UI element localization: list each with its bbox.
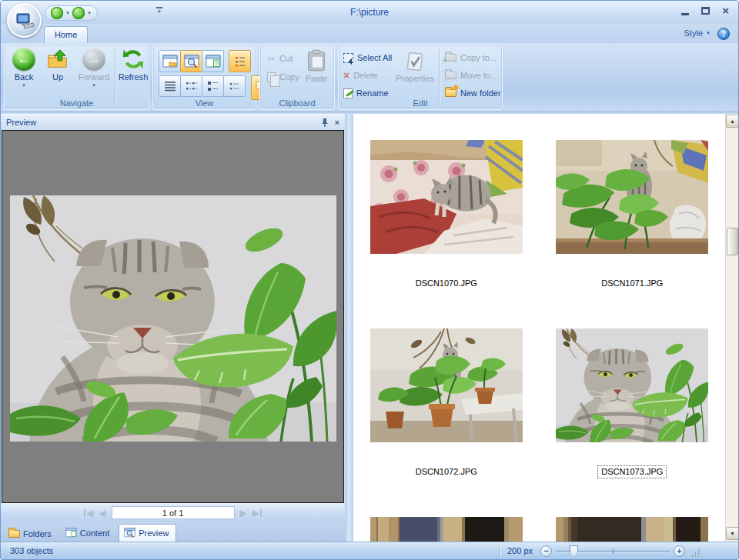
thumbnail-image[interactable] <box>556 517 708 542</box>
tab-folders[interactable]: Folders <box>4 527 59 542</box>
paste-button[interactable]: Paste <box>301 47 332 83</box>
close-panel-icon[interactable]: × <box>335 118 339 126</box>
file-item[interactable] <box>353 517 540 542</box>
content-tab-label: Content <box>80 528 110 538</box>
maximize-button[interactable] <box>701 7 710 15</box>
ribbon-group-edit: Select All × Delete Rename Properties <box>338 45 503 110</box>
grouped-list-icon <box>232 54 248 69</box>
window-folder-icon <box>162 54 178 69</box>
preview-panel-header: Preview × <box>1 114 345 130</box>
ribbon-group-view: View <box>152 45 256 110</box>
new-folder-label: New folder <box>460 88 501 98</box>
refresh-label: Refresh <box>119 72 149 82</box>
up-folder-icon <box>46 48 69 71</box>
forward-label: Forward <box>79 72 109 82</box>
select-all-icon <box>343 53 353 63</box>
back-button[interactable]: ← Back ▼ <box>7 45 41 88</box>
panel-splitter[interactable] <box>345 114 353 542</box>
rename-label: Rename <box>356 88 389 98</box>
ribbon-group-clipboard: ✂ Cut Copy Paste Clipboard <box>259 45 335 110</box>
folders-pane-toggle-button[interactable] <box>159 50 181 72</box>
new-folder-icon <box>445 89 456 97</box>
thumbnail-image[interactable] <box>370 517 523 542</box>
up-button[interactable]: Up <box>42 45 73 82</box>
window-magnifier-icon <box>184 54 199 69</box>
app-window: ← ▼ → ▼ ▼ F:\picture × Home Style ▼ ? ← <box>0 0 739 560</box>
file-name[interactable]: DSCN1071.JPG <box>598 278 666 289</box>
style-menu-label: Style <box>684 28 703 38</box>
chevron-down-icon: ▼ <box>22 83 26 88</box>
rename-pencil-icon <box>343 88 353 98</box>
properties-button[interactable]: Properties <box>394 48 436 83</box>
details-view-button[interactable] <box>159 75 181 97</box>
preview-pane-toggle-button[interactable] <box>180 50 202 72</box>
file-name[interactable]: DSCN1070.JPG <box>413 278 480 289</box>
forward-button[interactable]: → Forward ▼ <box>75 45 113 88</box>
status-bar: 303 objects 200 px − + <box>1 542 738 559</box>
cut-button[interactable]: ✂ Cut <box>267 51 293 66</box>
first-page-button[interactable]: ◀ <box>84 508 93 518</box>
zoom-in-button[interactable]: + <box>674 545 685 557</box>
zoom-slider[interactable] <box>556 545 670 557</box>
paste-label: Paste <box>306 74 327 83</box>
sparkle-icon <box>453 85 459 91</box>
thumbnail-image[interactable] <box>556 140 708 254</box>
folders-tab-label: Folders <box>23 529 52 538</box>
title-bar: ← ▼ → ▼ ▼ F:\picture × <box>1 1 738 24</box>
small-icons-view-button[interactable] <box>180 75 202 97</box>
move-to-button[interactable]: Move to... <box>445 68 497 83</box>
thumbnail-image[interactable] <box>556 328 708 442</box>
select-all-button[interactable]: Select All <box>343 50 392 65</box>
file-item[interactable]: DSCN1072.JPG <box>353 328 540 478</box>
style-menu-button[interactable]: Style ▼ <box>684 28 711 38</box>
details-view-icon <box>163 79 177 93</box>
properties-label: Properties <box>396 74 434 83</box>
file-item[interactable] <box>540 517 726 542</box>
tab-preview[interactable]: Preview <box>119 524 176 542</box>
properties-check-icon <box>404 51 426 72</box>
delete-x-icon: × <box>343 69 349 82</box>
forward-icon: → <box>82 48 105 71</box>
minimize-button[interactable] <box>681 13 689 15</box>
close-button[interactable]: × <box>722 6 729 15</box>
file-name[interactable]: DSCN1072.JPG <box>413 466 480 478</box>
ribbon-group-navigate: ← Back ▼ Up → Forward ▼ <box>4 45 149 110</box>
content-tab-icon <box>65 527 77 538</box>
copy-button[interactable]: Copy <box>267 69 299 85</box>
delete-button[interactable]: × Delete <box>343 68 378 83</box>
scroll-down-button[interactable]: ▼ <box>726 527 739 540</box>
zoom-slider-thumb[interactable] <box>570 545 578 557</box>
tab-content[interactable]: Content <box>61 525 117 542</box>
copy-to-button[interactable]: + Copy to... <box>445 50 497 65</box>
chevron-down-icon: ▼ <box>92 83 96 88</box>
scroll-up-button[interactable]: ▲ <box>726 115 739 128</box>
back-icon: ← <box>12 48 35 71</box>
application-menu-button[interactable] <box>7 3 42 38</box>
help-button[interactable]: ? <box>717 28 730 40</box>
thumbnail-image[interactable] <box>370 140 523 254</box>
file-name[interactable]: DSCN1073.JPG <box>598 466 666 478</box>
show-groups-button[interactable] <box>229 50 251 72</box>
pin-icon[interactable] <box>321 118 329 127</box>
file-item selected[interactable]: DSCN1073.JPG <box>540 328 726 478</box>
list-view-button[interactable] <box>223 75 246 97</box>
thumbnail-image[interactable] <box>370 328 523 442</box>
refresh-button[interactable]: Refresh <box>117 45 149 82</box>
zoom-out-button[interactable]: − <box>540 545 552 557</box>
tiles-view-button[interactable] <box>202 75 224 97</box>
copy-label: Copy <box>279 72 299 82</box>
file-item[interactable]: DSCN1071.JPG <box>540 140 726 289</box>
file-item[interactable]: DSCN1070.JPG <box>353 140 540 289</box>
zoom-size-label: 200 px <box>500 546 540 555</box>
previous-page-button[interactable]: ◀ <box>99 508 105 518</box>
last-page-button[interactable]: ▶ <box>252 508 262 518</box>
next-page-button[interactable]: ▶ <box>240 508 247 518</box>
resize-grip[interactable] <box>691 548 701 558</box>
scrollbar-thumb[interactable] <box>727 228 738 255</box>
refresh-icon <box>122 48 145 71</box>
list-view-icon <box>228 79 242 93</box>
copy-pages-icon <box>267 72 276 82</box>
vertical-scrollbar[interactable]: ▲ ▼ <box>725 114 738 542</box>
content-pane-toggle-button[interactable] <box>202 50 224 72</box>
tab-home[interactable]: Home <box>44 26 88 43</box>
